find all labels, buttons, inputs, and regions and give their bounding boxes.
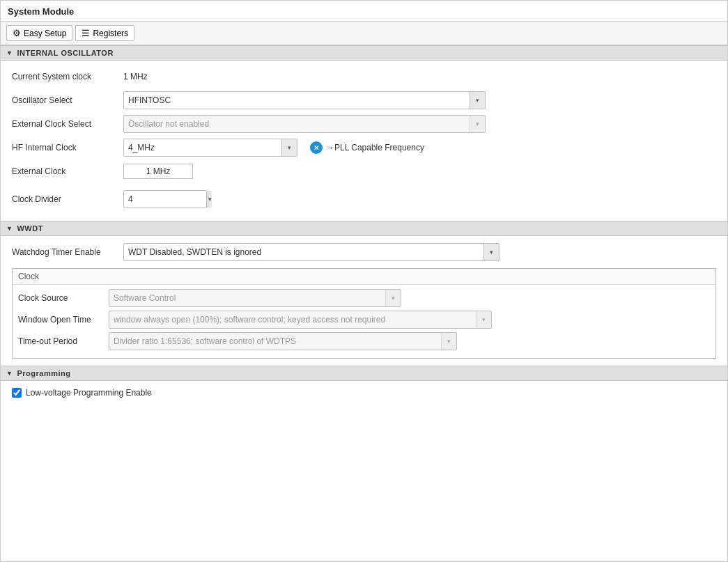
pll-text: →PLL Capable Frequency [326, 143, 424, 153]
clock-divider-dropdown-btn[interactable]: ▾ [208, 191, 212, 208]
watchdog-field: WDT Disabled, SWDTEN is ignored [124, 245, 483, 259]
external-clock-row: External Clock [12, 162, 716, 180]
clock-divider-field: 4 [124, 192, 208, 206]
programming-content: Low-voltage Programming Enable [1, 381, 727, 405]
wwdt-content: Watchdog Timer Enable WDT Disabled, SWDT… [1, 236, 727, 366]
low-voltage-label: Low-voltage Programming Enable [26, 388, 152, 398]
easy-setup-button[interactable]: ⚙ Easy Setup [6, 25, 72, 41]
watchdog-label: Watchdog Timer Enable [12, 247, 123, 257]
clock-divider-wrapper: 4 ▾ [123, 190, 207, 208]
low-voltage-checkbox[interactable] [12, 388, 22, 398]
clock-source-wrapper: Software Control ▾ [109, 289, 401, 307]
hf-internal-clock-wrapper: 4_MHz ▾ [123, 139, 297, 157]
pll-badge: ✕ →PLL Capable Frequency [310, 141, 424, 154]
programming-header[interactable]: ▼ Programming [1, 366, 727, 381]
wwdt-label: WWDT [17, 224, 42, 233]
external-clock-select-field: Oscillator not enabled [124, 117, 470, 131]
oscillator-select-wrapper: HFINTOSC ▾ [123, 91, 486, 109]
system-module-container: System Module ⚙ Easy Setup ☰ Registers ▼… [0, 0, 728, 562]
window-open-field: window always open (100%); software cont… [109, 313, 476, 327]
hf-internal-clock-label: HF Internal Clock [12, 143, 123, 153]
timeout-label: Time-out Period [18, 336, 109, 346]
window-open-dropdown-btn[interactable]: ▾ [476, 311, 491, 328]
external-clock-input[interactable] [123, 164, 193, 179]
current-clock-value: 1 MHz [123, 72, 148, 81]
clock-divider-row: Clock Divider 4 ▾ [12, 190, 716, 208]
clock-divider-label: Clock Divider [12, 194, 123, 204]
external-clock-select-label: External Clock Select [12, 119, 123, 129]
external-clock-select-wrapper: Oscillator not enabled ▾ [123, 115, 486, 133]
external-clock-select-dropdown-btn[interactable]: ▾ [470, 116, 485, 132]
window-open-row: Window Open Time window always open (100… [18, 311, 710, 329]
external-clock-select-row: External Clock Select Oscillator not ena… [12, 115, 716, 133]
oscillator-select-row: Oscillator Select HFINTOSC ▾ [12, 91, 716, 109]
clock-group: Clock Clock Source Software Control ▾ Wi… [12, 268, 716, 359]
watchdog-wrapper: WDT Disabled, SWDTEN is ignored ▾ [123, 243, 499, 261]
window-open-wrapper: window always open (100%); software cont… [109, 311, 492, 329]
oscillator-select-dropdown-btn[interactable]: ▾ [470, 92, 485, 109]
timeout-dropdown-btn[interactable]: ▾ [441, 333, 456, 350]
external-clock-label: External Clock [12, 166, 123, 176]
current-clock-label: Current System clock [12, 72, 123, 81]
clock-group-title: Clock [13, 269, 715, 285]
clock-source-label: Clock Source [18, 293, 109, 303]
oscillator-select-field: HFINTOSC [124, 93, 470, 107]
timeout-wrapper: Divider ratio 1:65536; software control … [109, 332, 457, 350]
internal-oscillator-header[interactable]: ▼ INTERNAL OSCILLATOR [1, 45, 727, 61]
internal-oscillator-label: INTERNAL OSCILLATOR [17, 49, 113, 57]
timeout-field: Divider ratio 1:65536; software control … [109, 334, 441, 348]
page-title: System Module [1, 1, 727, 22]
low-voltage-row: Low-voltage Programming Enable [12, 388, 716, 398]
watchdog-row: Watchdog Timer Enable WDT Disabled, SWDT… [12, 243, 716, 261]
registers-label: Registers [93, 29, 128, 38]
wwdt-header[interactable]: ▼ WWDT [1, 221, 727, 236]
programming-arrow: ▼ [6, 370, 13, 377]
watchdog-dropdown-btn[interactable]: ▾ [483, 244, 499, 260]
programming-label: Programming [17, 369, 70, 377]
clock-source-field: Software Control [109, 291, 385, 305]
wwdt-arrow: ▼ [6, 225, 13, 232]
registers-button[interactable]: ☰ Registers [75, 25, 134, 41]
registers-icon: ☰ [82, 28, 90, 38]
clock-group-content: Clock Source Software Control ▾ Window O… [13, 285, 715, 358]
internal-oscillator-content: Current System clock 1 MHz Oscillator Se… [1, 61, 727, 221]
pll-icon: ✕ [310, 141, 323, 154]
clock-source-row: Clock Source Software Control ▾ [18, 289, 710, 307]
current-clock-row: Current System clock 1 MHz [12, 68, 716, 86]
hf-internal-clock-row: HF Internal Clock 4_MHz ▾ ✕ →PLL Capable… [12, 139, 716, 157]
toolbar: ⚙ Easy Setup ☰ Registers [1, 22, 727, 45]
oscillator-select-label: Oscillator Select [12, 95, 123, 105]
internal-oscillator-arrow: ▼ [6, 49, 13, 56]
gear-icon: ⚙ [13, 28, 21, 38]
window-open-label: Window Open Time [18, 315, 109, 325]
timeout-row: Time-out Period Divider ratio 1:65536; s… [18, 332, 710, 350]
easy-setup-label: Easy Setup [24, 29, 66, 38]
clock-source-dropdown-btn[interactable]: ▾ [385, 290, 401, 306]
hf-internal-clock-field: 4_MHz [124, 141, 281, 155]
hf-internal-clock-dropdown-btn[interactable]: ▾ [281, 139, 297, 156]
